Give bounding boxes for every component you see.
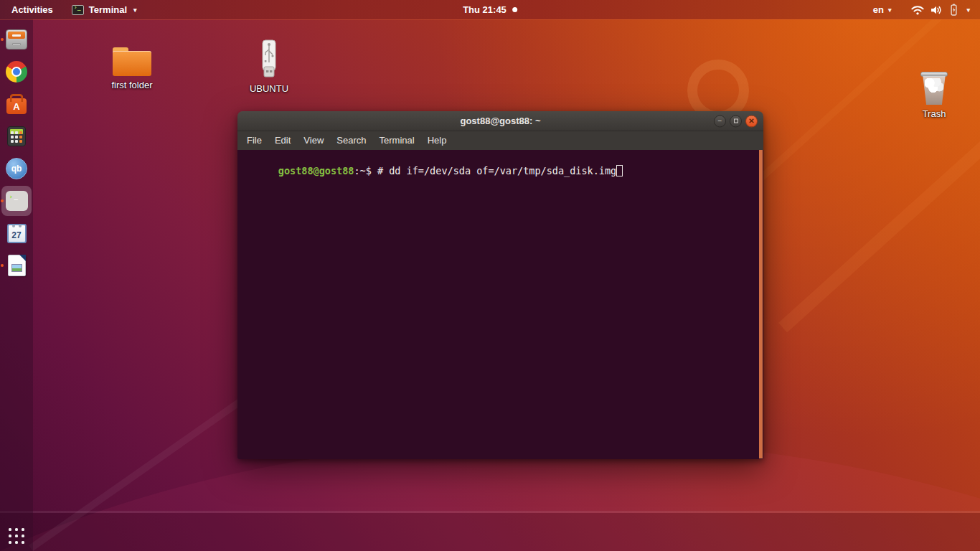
wifi-icon — [911, 5, 924, 15]
running-indicator-dot — [1, 38, 4, 41]
dock-item-chrome[interactable] — [1, 57, 32, 87]
app-menu-label: Terminal — [89, 4, 127, 15]
menu-terminal[interactable]: Terminal — [373, 131, 421, 150]
desktop-icon-trash[interactable]: Trash — [913, 72, 956, 119]
terminal-scrollbar[interactable] — [759, 150, 763, 458]
maximize-button[interactable] — [730, 115, 742, 127]
trash-icon — [919, 72, 949, 105]
desktop-icon-ubuntu-usb[interactable]: UBUNTU — [245, 39, 293, 94]
calendar-icon: 27 — [7, 224, 27, 243]
desktop-icon-first-folder[interactable]: first folder — [105, 47, 159, 90]
dock-item-ubuntu-software[interactable]: A — [1, 89, 32, 119]
desktop-icon-label: UBUNTU — [250, 83, 288, 94]
clock-button[interactable]: Thu 21:45 — [463, 4, 517, 15]
volume-icon — [930, 5, 943, 15]
terminal-menubar: File Edit View Search Terminal Help — [237, 131, 763, 150]
wallpaper-bottom-band — [0, 513, 980, 551]
dock-item-terminal[interactable]: › _ — [1, 186, 32, 216]
chrome-icon — [6, 61, 27, 83]
calculator-icon — [7, 126, 26, 146]
prompt-path: :~$ — [354, 165, 371, 176]
terminal-prompt-line: gost88@gost88:~$ # dd if=/dev/sda of=/va… — [243, 154, 758, 188]
menu-help[interactable]: Help — [421, 131, 453, 150]
dock-item-files[interactable] — [1, 24, 32, 55]
window-titlebar[interactable]: gost88@gost88: ~ − ✕ — [237, 111, 763, 131]
ubuntu-software-icon: A — [6, 98, 27, 114]
window-title: gost88@gost88: ~ — [460, 116, 540, 126]
files-icon — [6, 29, 27, 50]
menu-edit[interactable]: Edit — [268, 131, 297, 150]
terminal-content[interactable]: gost88@gost88:~$ # dd if=/dev/sda of=/va… — [237, 150, 763, 459]
show-applications-button[interactable] — [9, 528, 24, 544]
dock-item-qbittorrent[interactable]: qb — [1, 154, 32, 184]
dock-item-calendar[interactable]: 27 — [1, 218, 32, 248]
folder-icon — [113, 47, 151, 76]
chevron-down-icon: ▾ — [966, 6, 970, 14]
terminal-app-icon — [72, 5, 84, 15]
qbittorrent-icon: qb — [6, 158, 27, 179]
running-indicator-dot — [1, 199, 4, 202]
activities-button[interactable]: Activities — [11, 4, 53, 15]
wallpaper-line — [0, 511, 980, 513]
terminal-cursor — [616, 165, 623, 176]
desktop-icon-label: Trash — [923, 108, 946, 119]
app-menu-button[interactable]: Terminal ▾ — [72, 4, 137, 15]
clock-label: Thu 21:45 — [463, 4, 507, 15]
notification-dot-icon — [512, 7, 517, 12]
libreoffice-document-icon — [8, 255, 26, 276]
dock-item-calculator[interactable] — [1, 121, 32, 151]
chevron-down-icon: ▾ — [133, 6, 137, 14]
battery-charging-icon — [949, 4, 958, 16]
prompt-user-host: gost88@gost88 — [278, 165, 354, 176]
terminal-icon: › _ — [6, 191, 28, 211]
dock: A qb › _ 27 — [0, 19, 33, 551]
usb-drive-icon — [258, 39, 280, 80]
menu-search[interactable]: Search — [330, 131, 372, 150]
top-bar: Activities Terminal ▾ Thu 21:45 en ▾ — [0, 0, 980, 19]
menu-file[interactable]: File — [240, 131, 268, 150]
keyboard-layout-label: en — [873, 4, 884, 15]
desktop-icon-label: first folder — [111, 80, 152, 90]
menu-view[interactable]: View — [297, 131, 330, 150]
terminal-window: gost88@gost88: ~ − ✕ File Edit View Sear… — [237, 111, 763, 459]
keyboard-layout-button[interactable]: en ▾ — [873, 4, 892, 15]
minimize-button[interactable]: − — [714, 115, 726, 127]
running-indicator-dot — [1, 264, 4, 267]
chevron-down-icon: ▾ — [888, 6, 892, 14]
system-status-button[interactable]: ▾ — [911, 4, 970, 16]
close-button[interactable]: ✕ — [745, 115, 758, 127]
maximize-icon — [734, 119, 738, 123]
typed-command: # dd if=/dev/sda of=/var/tmp/sda_disk.im… — [372, 165, 616, 176]
dock-item-libreoffice[interactable] — [1, 250, 32, 281]
